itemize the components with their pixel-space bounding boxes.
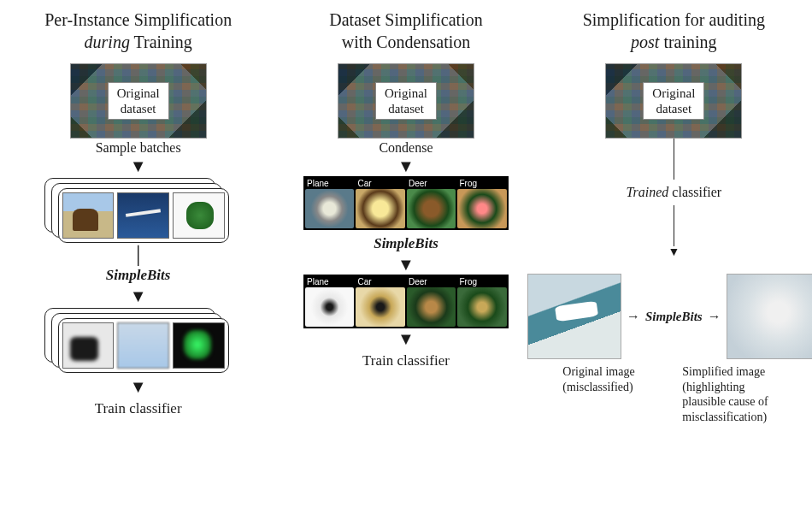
caption-original: Original image (misclassified)	[562, 364, 665, 424]
col1-batch-stack-simplified	[44, 308, 232, 375]
col3-title-rest: training	[659, 32, 716, 51]
caption-simplified-l1: Simplified image	[682, 365, 765, 378]
col1-title: Per-Instance Simplification during Train…	[44, 9, 232, 53]
simplified-image	[727, 274, 812, 359]
thumb-plane-simplified	[117, 322, 169, 369]
cond-label-deer: Deer	[407, 178, 456, 189]
col1-title-line1: Per-Instance Simplification	[44, 10, 232, 29]
condensed-row-original: Plane Car Deer Frog	[303, 176, 509, 230]
caption-simplified-l4: misclassification)	[682, 411, 767, 423]
col1-dataset-label-l2: dataset	[121, 102, 156, 115]
column-per-instance: Per-Instance Simplification during Train…	[10, 9, 267, 499]
col2-dataset-label: Original dataset	[375, 82, 437, 120]
cond-img-deer-s	[407, 287, 456, 327]
col2-step1-label: Condense	[379, 140, 432, 156]
cond-label-deer: Deer	[407, 276, 456, 287]
cond-img-plane-s	[305, 287, 355, 327]
col2-title-line1: Dataset Simplification	[329, 10, 482, 29]
arrow-down-icon: ▼	[130, 287, 147, 304]
caption-simplified-l3: plausible cause of	[682, 395, 768, 408]
col2-title: Dataset Simplification with Condensation	[329, 9, 482, 53]
cond-label-car: Car	[356, 178, 405, 189]
cond-img-frog-s	[457, 287, 507, 327]
col3-body: Trained classifier ▼ →SimpleBits→ Origin…	[545, 139, 802, 424]
thumb-elk	[62, 192, 115, 239]
batch-card	[58, 188, 229, 243]
col2-dataset-label-l1: Original	[385, 86, 427, 100]
cond-label-car: Car	[356, 276, 405, 287]
col3-dataset-label-l1: Original	[652, 86, 695, 100]
col2-dataset-mosaic: Original dataset	[338, 63, 474, 139]
cond-cell: Plane	[305, 178, 355, 228]
col2-method-label: SimpleBits	[374, 235, 438, 252]
col3-dataset-label: Original dataset	[643, 82, 704, 120]
thumb-elk-simplified	[62, 322, 115, 369]
arrow-down-icon: ▼	[397, 157, 415, 174]
col1-final-label: Train classifier	[95, 400, 182, 417]
col3-dataset-label-l2: dataset	[656, 102, 691, 115]
original-image	[527, 274, 621, 359]
arrow-down-icon: ▼	[130, 157, 147, 174]
cond-cell: Frog	[457, 178, 507, 228]
column-condensation: Dataset Simplification with Condensation…	[278, 9, 534, 499]
arrow-right-icon: →	[708, 309, 721, 324]
cond-cell: Car	[356, 178, 405, 228]
cond-cell: Plane	[305, 276, 355, 327]
thumb-frog	[173, 192, 225, 239]
col2-final-label: Train classifier	[362, 352, 450, 369]
long-arrow-down: Trained classifier ▼	[627, 139, 722, 258]
cond-cell: Frog	[457, 276, 507, 327]
col1-title-rest: Training	[130, 32, 192, 51]
arrow-right-icon: →	[627, 309, 640, 324]
cond-cell: Deer	[407, 178, 456, 228]
cond-label-plane: Plane	[305, 276, 355, 287]
col3-dataset-mosaic: Original dataset	[605, 63, 742, 139]
col2-dataset-label-l2: dataset	[388, 102, 424, 115]
col3-title-italic: post	[631, 32, 659, 51]
col2-title-line2: with Condensation	[342, 32, 471, 51]
cond-img-frog	[457, 189, 507, 228]
column-auditing: Simplification for auditing post trainin…	[545, 9, 802, 499]
col1-step1-label: Sample batches	[96, 140, 181, 156]
trained-label-rest: classifier	[672, 185, 721, 200]
col3-title-line1: Simplification for auditing	[583, 10, 765, 29]
col1-batch-stack-original	[44, 178, 232, 245]
condensed-row-simplified: Plane Car Deer Frog	[303, 275, 509, 328]
batch-card	[58, 318, 229, 373]
thumb-plane	[117, 192, 169, 239]
arrow-down-icon: ▼	[668, 246, 680, 258]
col1-dataset-label: Original dataset	[108, 82, 169, 120]
caption-original-l2: (misclassified)	[562, 381, 633, 393]
arrow-down-icon: │	[132, 246, 144, 263]
thumb-frog-simplified	[173, 322, 225, 369]
cond-cell: Car	[356, 276, 405, 327]
cond-img-deer	[407, 189, 456, 228]
cond-img-car	[356, 189, 405, 228]
image-comparison-row: →SimpleBits→	[527, 274, 812, 359]
cond-label-plane: Plane	[305, 178, 355, 189]
caption-simplified: Simplified image (highlighting plausible…	[682, 364, 785, 424]
col3-method-label: SimpleBits	[645, 310, 703, 324]
trained-label-italic: Trained	[627, 185, 669, 200]
cond-label-frog: Frog	[457, 276, 507, 287]
cond-img-car-s	[356, 287, 405, 327]
caption-row: Original image (misclassified) Simplifie…	[562, 364, 785, 424]
cond-label-frog: Frog	[457, 178, 507, 189]
col1-dataset-label-l1: Original	[117, 86, 160, 100]
col1-method-label: SimpleBits	[106, 267, 171, 284]
col1-title-italic: during	[85, 32, 130, 51]
arrow-down-icon: ▼	[397, 330, 415, 347]
arrow-down-icon: ▼	[130, 378, 147, 395]
arrow-down-icon: ▼	[397, 256, 415, 273]
col1-dataset-mosaic: Original dataset	[70, 63, 207, 139]
caption-simplified-l2: (highlighting	[682, 381, 744, 393]
cond-cell: Deer	[407, 276, 456, 327]
cond-img-plane	[305, 189, 355, 228]
col3-title: Simplification for auditing post trainin…	[583, 9, 765, 53]
caption-original-l1: Original image	[562, 365, 634, 378]
